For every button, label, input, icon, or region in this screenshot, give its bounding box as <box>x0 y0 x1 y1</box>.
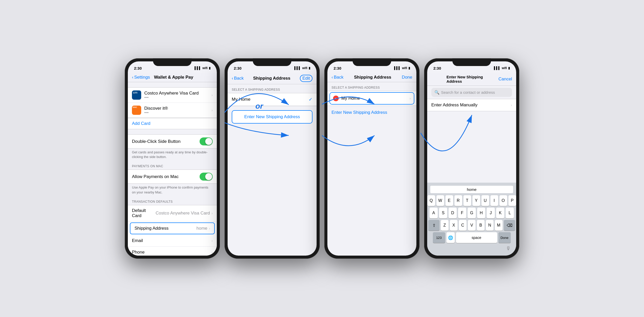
enter-new-address-link-3[interactable]: Enter New Shipping Address <box>327 106 416 115</box>
search-bar-4[interactable]: 🔍 Search for a contact or address <box>431 88 512 97</box>
costco-card-row[interactable]: CITI Costco Anywhere Visa Card •••• › <box>128 88 217 103</box>
discover-card-content: Discover it® •••• <box>144 106 211 115</box>
key-t[interactable]: T <box>463 195 471 206</box>
key-shift[interactable]: ⇧ <box>428 220 440 231</box>
key-a[interactable]: A <box>430 208 438 218</box>
phones-row: 2:30 ▌▌▌ wifi ▮ ‹ Settings Wallet & Appl… <box>125 58 519 259</box>
key-delete[interactable]: ⌫ <box>504 220 515 231</box>
key-u[interactable]: U <box>481 195 489 206</box>
enter-manually-text: Enter Address Manually <box>431 102 511 108</box>
my-home-row-3[interactable]: My Home › <box>329 92 414 105</box>
screen3-content: SELECT A SHIPPING ADDRESS My Home › Ente… <box>327 82 416 256</box>
double-click-row[interactable]: Double-Click Side Button <box>128 135 217 148</box>
key-p[interactable]: P <box>508 195 516 206</box>
phone-row[interactable]: Phone › <box>128 247 217 256</box>
key-globe[interactable]: 🌐 <box>446 232 455 243</box>
discover-card-row[interactable]: DISC Discover it® •••• › <box>128 103 217 118</box>
wifi-icon-4: wifi <box>502 66 507 70</box>
costco-card-dots: •••• <box>144 96 211 99</box>
key-z[interactable]: Z <box>441 220 449 231</box>
status-icons-1: ▌▌▌ wifi ▮ <box>194 66 211 70</box>
email-content: Email <box>132 238 211 243</box>
add-card-button[interactable]: Add Card <box>128 118 217 129</box>
keyboard-row-3: ⇧ Z X C V B N M ⌫ <box>428 220 515 231</box>
key-m[interactable]: M <box>495 220 503 231</box>
address-group-3: My Home › <box>327 91 416 106</box>
nav-bar-2: ‹ Back Shipping Address Edit <box>228 73 317 84</box>
key-l[interactable]: L <box>506 208 514 218</box>
status-icons-2: ▌▌▌ wifi ▮ <box>294 66 310 70</box>
key-n[interactable]: N <box>486 220 494 231</box>
phone-chevron: › <box>211 250 213 254</box>
key-e[interactable]: E <box>445 195 453 206</box>
my-home-text-2: My Home <box>232 97 309 102</box>
time-4: 2:30 <box>433 66 441 70</box>
microphone-row: 🎙 <box>428 245 515 251</box>
enter-address-manually-row[interactable]: Enter Address Manually › <box>427 99 516 111</box>
battery-icon-2: ▮ <box>309 66 310 70</box>
chevron-left-icon: ‹ <box>132 75 133 80</box>
my-home-row-2[interactable]: My Home ✓ <box>228 93 317 106</box>
keyboard-suggestion[interactable]: home <box>430 186 513 193</box>
double-click-content: Double-Click Side Button <box>132 139 200 144</box>
default-card-row[interactable]: Default Card Costco Anywhere Visa Card › <box>128 205 217 221</box>
shipping-back-button[interactable]: ‹ Back <box>232 76 244 81</box>
key-d[interactable]: D <box>449 208 457 218</box>
chevron-left-icon-2: ‹ <box>232 76 233 81</box>
wallet-title: Wallet & Apple Pay <box>154 75 193 80</box>
key-o[interactable]: O <box>499 195 507 206</box>
screen4-content: 🔍 Search for a contact or address Enter … <box>427 86 516 183</box>
status-icons-3: ▌▌▌ wifi ▮ <box>394 66 410 70</box>
allow-payments-row[interactable]: Allow Payments on Mac <box>128 170 217 183</box>
default-card-chevron: › <box>211 211 213 215</box>
default-card-title: Default Card <box>132 208 156 218</box>
shipping-title-3: Shipping Address <box>354 75 391 80</box>
key-w[interactable]: W <box>436 195 444 206</box>
double-click-toggle[interactable] <box>200 137 213 145</box>
key-y[interactable]: Y <box>472 195 480 206</box>
key-x[interactable]: X <box>450 220 458 231</box>
microphone-icon[interactable]: 🎙 <box>506 246 511 251</box>
costco-card-content: Costco Anywhere Visa Card •••• <box>144 91 211 99</box>
key-123[interactable]: 123 <box>433 232 445 243</box>
key-r[interactable]: R <box>454 195 462 206</box>
chevron-left-icon-3: ‹ <box>332 75 333 80</box>
edit-button[interactable]: Edit <box>300 75 312 82</box>
done-button-3[interactable]: Done <box>402 75 412 80</box>
shipping-address-row[interactable]: Shipping Address home › <box>130 222 215 234</box>
notch-2 <box>253 58 291 66</box>
enter-new-address-button-2[interactable]: Enter New Shipping Address <box>232 110 312 124</box>
allow-payments-toggle[interactable] <box>200 173 213 181</box>
settings-back-button[interactable]: ‹ Settings <box>132 75 150 80</box>
screen-3: 2:30 ▌▌▌ wifi ▮ ‹ Back Shipping Address … <box>327 61 416 256</box>
edit-button-circle[interactable]: Edit <box>300 75 312 82</box>
delete-home-button[interactable] <box>333 96 339 101</box>
double-click-section: Double-Click Side Button Get cards and p… <box>128 134 217 159</box>
key-space[interactable]: space <box>456 232 497 243</box>
key-done[interactable]: Done <box>498 232 511 243</box>
default-card-content: Default Card <box>132 208 156 218</box>
phone-3: 2:30 ▌▌▌ wifi ▮ ‹ Back Shipping Address … <box>324 58 419 259</box>
key-g[interactable]: G <box>468 208 476 218</box>
transaction-label: TRANSACTION DEFAULTS <box>128 200 217 205</box>
key-s[interactable]: S <box>439 208 447 218</box>
key-i[interactable]: I <box>490 195 498 206</box>
key-f[interactable]: F <box>458 208 466 218</box>
key-v[interactable]: V <box>468 220 476 231</box>
shipping-back-button-3[interactable]: ‹ Back <box>332 75 343 80</box>
key-c[interactable]: C <box>459 220 467 231</box>
key-q[interactable]: Q <box>427 195 435 206</box>
key-h[interactable]: H <box>477 208 485 218</box>
keyboard-row-2: A S D F G H J K L <box>428 208 515 218</box>
costco-card-name: Costco Anywhere Visa Card <box>144 91 211 96</box>
key-k[interactable]: K <box>496 208 504 218</box>
home-chevron: › <box>409 96 411 100</box>
shipping-address-title: Shipping Address <box>135 226 196 231</box>
key-b[interactable]: B <box>477 220 485 231</box>
my-home-text-3: My Home <box>341 96 409 101</box>
email-row[interactable]: Email › <box>128 235 217 247</box>
battery-icon: ▮ <box>209 66 211 70</box>
search-icon-4: 🔍 <box>434 90 440 95</box>
cancel-button-4[interactable]: Cancel <box>498 77 512 82</box>
key-j[interactable]: J <box>487 208 495 218</box>
